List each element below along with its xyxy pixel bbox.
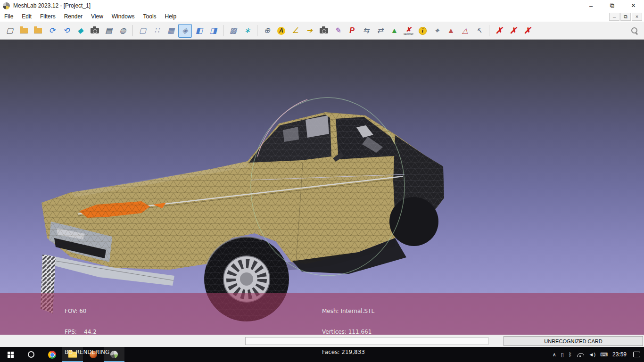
point-pick-button[interactable]: ➔ — [303, 24, 316, 38]
text-annotation-button[interactable]: A — [274, 24, 288, 38]
minimize-button[interactable]: – — [580, 0, 602, 11]
reload-icon: ⟳ — [49, 27, 55, 34]
restore-button[interactable]: ⧉ — [602, 0, 623, 11]
3d-viewport[interactable]: FOV: 60 FPS: 44.2 BO_RENDERING Mesh: Int… — [0, 40, 644, 335]
meshlab-logo-icon — [3, 2, 10, 9]
colorize-triangle-icon: ▲ — [391, 27, 398, 34]
import-folder-icon — [34, 28, 42, 33]
device-icon[interactable]: ▯ — [561, 352, 564, 357]
info-button[interactable]: i — [416, 24, 429, 38]
measure-icon: ∠ — [292, 27, 298, 34]
red-x-icon: ✗ — [510, 26, 517, 35]
titlebar: MeshLab 2023.12 - [Project_1] – ⧉ × — [0, 0, 644, 11]
render-smooth-button[interactable]: ◨ — [206, 24, 220, 38]
menubar: File Edit Filters Render View Windows To… — [0, 11, 644, 22]
toolbar-separator — [257, 25, 257, 36]
close-button[interactable]: × — [623, 0, 644, 11]
align-arrows-icon: ⇆ — [363, 27, 369, 34]
texture-icon: ▩ — [230, 27, 237, 34]
render-bbox-button[interactable]: ▢ — [136, 24, 149, 38]
render-points-button[interactable]: ∷ — [150, 24, 164, 38]
start-button[interactable] — [0, 347, 21, 362]
open-project-button[interactable] — [17, 24, 31, 38]
system-tray: ∧ ▯ ᛒ ◄) ⌨ 23:59 — [553, 351, 644, 358]
colorize-button[interactable]: ▲ — [388, 24, 401, 38]
georef-button[interactable]: ✘GEOREF — [402, 24, 415, 38]
select-vertices-button[interactable]: △ — [458, 24, 472, 38]
action-center-icon[interactable] — [633, 352, 640, 357]
select-vertices-icon: △ — [462, 27, 468, 34]
mdi-restore-button[interactable]: ⧉ — [620, 13, 631, 21]
align-pair-icon: ⇄ — [377, 27, 383, 34]
menu-help[interactable]: Help — [161, 11, 181, 22]
select-faces-icon: ▲ — [447, 27, 455, 34]
select-component-button[interactable]: ⌖ — [430, 24, 444, 38]
menu-edit[interactable]: Edit — [17, 11, 36, 22]
volume-icon[interactable]: ◄) — [589, 352, 596, 357]
menu-file[interactable]: File — [0, 11, 17, 22]
letter-a-icon: A — [277, 27, 285, 35]
delete-selected-vertices-button[interactable]: ✗ — [506, 24, 520, 38]
hidden-icons-chevron[interactable]: ∧ — [553, 352, 556, 357]
letter-p-icon: P — [349, 27, 355, 34]
flat-lines-icon: ◈ — [182, 27, 188, 34]
mesh-canvas[interactable] — [0, 40, 644, 335]
hud-faces: Faces: 219,833 — [322, 349, 374, 356]
align-button[interactable]: ⇆ — [359, 24, 373, 38]
decorators-button[interactable]: ∗ — [240, 24, 254, 38]
window-controls: – ⧉ × — [580, 0, 644, 11]
mdi-minimize-button[interactable]: – — [609, 13, 619, 21]
bluetooth-icon[interactable]: ᛒ — [569, 352, 572, 357]
meshlab-taskbar-icon — [110, 351, 118, 358]
texture-button[interactable]: ▩ — [226, 24, 240, 38]
points-icon: ∷ — [154, 27, 159, 34]
save-diamond-icon: ◆ — [77, 27, 83, 34]
red-x-icon: ✗ — [524, 26, 531, 35]
paint-button[interactable]: ✎ — [331, 24, 345, 38]
show-layers-button[interactable]: ▤ — [102, 24, 116, 38]
import-mesh-button[interactable] — [31, 24, 45, 38]
clock[interactable]: 23:59 — [612, 351, 627, 358]
menu-view[interactable]: View — [87, 11, 107, 22]
toolbar-separator — [489, 25, 489, 36]
delete-selection-button[interactable]: ✗ — [520, 24, 534, 38]
chrome-taskbar-button[interactable] — [41, 347, 62, 362]
align-pair-button[interactable]: ⇄ — [373, 24, 387, 38]
keyboard-icon[interactable]: ⌨ — [600, 352, 608, 357]
hud-mesh-name: Mesh: Internal.STL — [322, 308, 374, 315]
search-button[interactable] — [627, 24, 641, 38]
menu-render[interactable]: Render — [60, 11, 87, 22]
unrecognized-card-button[interactable]: UNRECOGNIZED CARD — [504, 336, 643, 346]
wifi-icon[interactable] — [577, 353, 584, 357]
new-project-button[interactable]: ▢ — [3, 24, 17, 38]
toolbar: ▢ ⟳ ⟲ ◆ ▤ ◍ ▢ ∷ ▦ ◈ ◧ ◨ ▩ ∗ ⊕ A ∠ ➔ ✎ P … — [0, 22, 644, 40]
menu-windows[interactable]: Windows — [107, 11, 139, 22]
globe-icon: ◍ — [120, 27, 126, 34]
hud-fov: FOV: 60 — [65, 308, 109, 315]
reload-all-button[interactable]: ⟲ — [59, 24, 73, 38]
render-hud: FOV: 60 FPS: 44.2 BO_RENDERING — [65, 294, 109, 362]
mesh-info-hud: Mesh: Internal.STL Vertices: 111,661 Fac… — [322, 294, 374, 362]
menu-filters[interactable]: Filters — [36, 11, 60, 22]
save-project-button[interactable]: ◆ — [74, 24, 87, 38]
pickpoints-button[interactable]: P — [345, 24, 359, 38]
select-faces-button[interactable]: ▲ — [444, 24, 458, 38]
reload-mesh-button[interactable]: ⟳ — [45, 24, 59, 38]
snapshot-button[interactable] — [88, 24, 101, 38]
delete-selected-faces-button[interactable]: ✗ — [492, 24, 506, 38]
info-icon: i — [419, 27, 427, 35]
render-wireframe-button[interactable]: ▦ — [164, 24, 178, 38]
web-export-button[interactable]: ◍ — [116, 24, 130, 38]
georef-x-icon: ✘ — [406, 26, 411, 33]
render-flat-button[interactable]: ◧ — [192, 24, 206, 38]
move-selection-button[interactable]: ↖ — [472, 24, 486, 38]
raster-camera-button[interactable] — [317, 24, 330, 38]
search-taskbar-button[interactable] — [21, 347, 41, 362]
measure-tool-button[interactable]: ∠ — [289, 24, 302, 38]
cortana-circle-icon — [28, 351, 34, 358]
smooth-shading-icon: ◨ — [210, 27, 217, 34]
mdi-close-button[interactable]: × — [632, 13, 642, 21]
menu-tools[interactable]: Tools — [139, 11, 161, 22]
trackball-button[interactable]: ⊕ — [260, 24, 274, 38]
render-flatlines-button[interactable]: ◈ — [178, 24, 192, 38]
